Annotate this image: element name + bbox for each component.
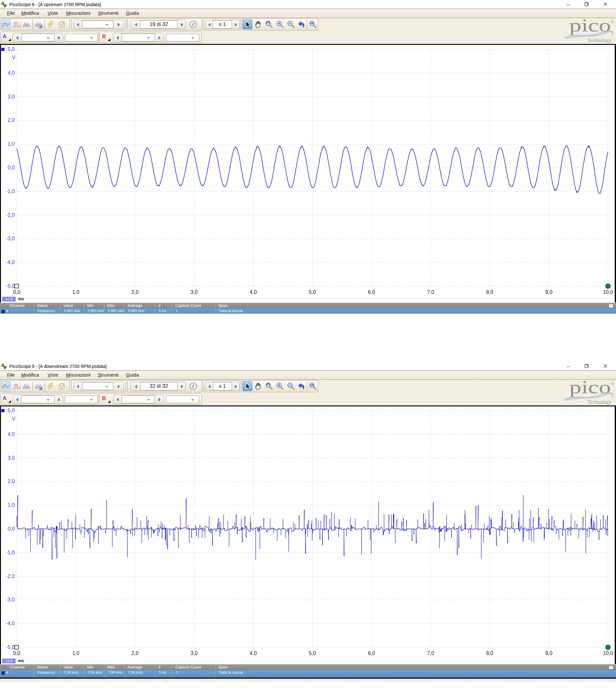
svg-text:2,0: 2,0 bbox=[8, 479, 15, 484]
svg-text:9,0: 9,0 bbox=[545, 650, 552, 656]
svg-text:2,0: 2,0 bbox=[131, 289, 138, 295]
svg-text:1,0: 1,0 bbox=[8, 502, 15, 508]
svg-text:5,0: 5,0 bbox=[309, 289, 316, 295]
svg-text:6,0: 6,0 bbox=[368, 650, 375, 656]
svg-text:7,0: 7,0 bbox=[427, 289, 434, 295]
svg-text:5,0: 5,0 bbox=[8, 408, 15, 413]
svg-text:0,0: 0,0 bbox=[8, 526, 15, 532]
svg-text:-1,0: -1,0 bbox=[6, 550, 15, 555]
svg-text:3,0: 3,0 bbox=[8, 94, 15, 99]
svg-text:3,0: 3,0 bbox=[191, 650, 198, 656]
svg-text:-1,0: -1,0 bbox=[6, 188, 15, 194]
svg-text:0,0: 0,0 bbox=[8, 165, 15, 170]
svg-text:10,0: 10,0 bbox=[603, 650, 613, 656]
svg-text:3,0: 3,0 bbox=[8, 455, 15, 461]
svg-text:V: V bbox=[12, 55, 16, 60]
svg-text:100: 100 bbox=[310, 384, 313, 386]
svg-text:-5,0: -5,0 bbox=[6, 283, 15, 289]
svg-text:V: V bbox=[12, 416, 16, 421]
svg-text:7,0: 7,0 bbox=[427, 650, 434, 656]
svg-text:8,0: 8,0 bbox=[486, 650, 493, 656]
svg-text:2,0: 2,0 bbox=[131, 650, 138, 656]
svg-text:-2,0: -2,0 bbox=[6, 574, 15, 579]
svg-text:-2,0: -2,0 bbox=[6, 212, 15, 218]
svg-text:100: 100 bbox=[310, 22, 313, 24]
svg-text:1,0: 1,0 bbox=[72, 289, 79, 295]
svg-text:8,0: 8,0 bbox=[486, 289, 493, 295]
svg-text:5,0: 5,0 bbox=[8, 46, 15, 52]
svg-text:4,0: 4,0 bbox=[249, 289, 257, 295]
svg-text:-4,0: -4,0 bbox=[6, 621, 15, 626]
svg-text:4,0: 4,0 bbox=[8, 431, 15, 437]
svg-text:-3,0: -3,0 bbox=[6, 236, 15, 241]
svg-text:0,0: 0,0 bbox=[13, 650, 20, 656]
svg-text:9,0: 9,0 bbox=[545, 289, 552, 295]
svg-text:5,0: 5,0 bbox=[309, 650, 316, 656]
svg-text:4,0: 4,0 bbox=[249, 650, 257, 656]
svg-text:10,0: 10,0 bbox=[603, 289, 613, 295]
svg-text:1,0: 1,0 bbox=[8, 141, 15, 147]
svg-text:3,0: 3,0 bbox=[191, 289, 198, 295]
svg-text:4,0: 4,0 bbox=[8, 70, 15, 76]
svg-text:-5,0: -5,0 bbox=[6, 644, 15, 650]
svg-text:0,0: 0,0 bbox=[13, 289, 20, 295]
svg-text:1,0: 1,0 bbox=[72, 650, 79, 656]
svg-text:2,0: 2,0 bbox=[8, 117, 15, 123]
svg-text:-3,0: -3,0 bbox=[6, 597, 15, 602]
svg-text:-4,0: -4,0 bbox=[6, 260, 15, 265]
svg-text:6,0: 6,0 bbox=[368, 289, 375, 295]
